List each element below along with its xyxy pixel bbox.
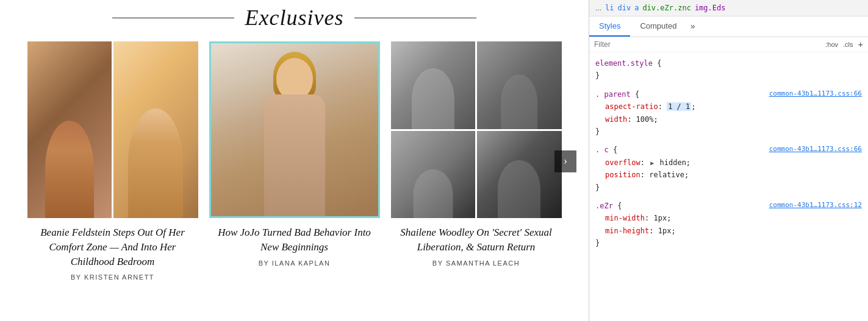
breadcrumb-img-Eds[interactable]: img.Eds [695, 4, 726, 12]
css-brace-close-4: } [595, 239, 600, 247]
css-rule-parent: . parent { common-43b1…1173.css:66 aspec… [595, 88, 862, 138]
css-value-position: relative [649, 171, 684, 179]
css-prop-width: width [595, 115, 627, 124]
title-line-left [112, 18, 234, 18]
css-brace-open-1: { [657, 59, 661, 68]
article-card-3[interactable]: Shailene Woodley On 'Secret' Sexual Libe… [391, 41, 562, 281]
css-rule-eZr: .eZr { common-43b1…1173.css:12 min-width… [595, 200, 862, 250]
css-value-min-width: 1px [653, 214, 667, 222]
breadcrumb-div[interactable]: div [617, 4, 631, 12]
article-title-1: Beanie Feldstein Steps Out Of Her Comfor… [27, 225, 198, 269]
css-source-c[interactable]: common-43b1…1173.css:66 [769, 144, 862, 155]
css-value-min-height: 1px [658, 227, 672, 235]
css-value-width: 100% [636, 115, 654, 124]
bw-face-1 [412, 68, 454, 129]
article-author-1: BY KRISTEN ARNETT [71, 273, 154, 281]
css-source-parent[interactable]: common-43b1…1173.css:66 [769, 88, 862, 100]
section-title-row: Exclusives [12, 0, 576, 30]
person-body [264, 94, 325, 216]
css-prop-aspect: aspect-ratio [595, 102, 658, 111]
bw-cell-1 [391, 41, 476, 129]
css-brace-close-3: } [595, 183, 600, 192]
img-right [113, 41, 198, 218]
css-rule-element-style: element.style { } [595, 57, 862, 82]
css-brace-open-4: { [617, 202, 622, 210]
bw-face-4 [498, 160, 540, 218]
css-rule-c: . c { common-43b1…1173.css:66 overflow: … [595, 144, 862, 194]
css-value-overflow: hidden [655, 158, 686, 167]
css-value-aspect: 1 / 1 [667, 102, 691, 111]
content-panel: Exclusives Beanie Feldstein Steps Out Of… [0, 0, 589, 321]
css-brace-close-2: } [595, 127, 600, 136]
tab-computed[interactable]: Computed [630, 16, 686, 37]
article-image-1 [27, 41, 198, 218]
css-brace-open-2: { [635, 90, 639, 99]
person-figure [252, 58, 337, 216]
css-prop-overflow: overflow [595, 158, 640, 167]
devtools-breadcrumb: ... li div a div.eZr.znc img.Eds [589, 0, 868, 16]
triangle-icon[interactable]: ▶ [650, 158, 654, 168]
article-image-2 [209, 41, 380, 218]
css-selector-element: element.style [595, 59, 653, 68]
filter-cls[interactable]: .cls [843, 41, 853, 48]
css-prop-min-height: min-height [595, 227, 649, 235]
bw-cell-3 [391, 131, 476, 219]
breadcrumb-li[interactable]: li [605, 4, 614, 12]
css-brace-open-3: { [613, 146, 617, 154]
devtools-tabs: Styles Computed » [589, 16, 868, 37]
single-img [211, 43, 378, 216]
filter-plus[interactable]: + [858, 40, 863, 49]
articles-row: Beanie Feldstein Steps Out Of Her Comfor… [12, 41, 576, 281]
article-title-2: How JoJo Turned Bad Behavior Into New Be… [209, 225, 380, 255]
tab-styles[interactable]: Styles [589, 16, 630, 37]
bw-cell-4 [477, 131, 562, 219]
article-card-2[interactable]: How JoJo Turned Bad Behavior Into New Be… [209, 41, 380, 281]
face-right [128, 108, 183, 218]
css-selector-parent: . parent [595, 90, 631, 99]
css-prop-min-width: min-width [595, 214, 645, 222]
filter-input[interactable] [594, 40, 820, 49]
article-image-3 [391, 41, 562, 218]
css-prop-position: position [595, 171, 640, 179]
img-pair [27, 41, 198, 218]
section-title: Exclusives [245, 5, 344, 30]
article-author-2: BY ILANA KAPLAN [259, 259, 331, 267]
bw-face-3 [413, 169, 453, 218]
filter-row: :hov .cls + [589, 37, 868, 52]
bw-cell-2 [477, 41, 562, 129]
devtools-panel: ... li div a div.eZr.znc img.Eds Styles … [589, 0, 868, 321]
css-selector-c: . c [595, 146, 609, 154]
img-left [27, 41, 112, 218]
bw-face-2 [501, 74, 537, 129]
article-title-3: Shailene Woodley On 'Secret' Sexual Libe… [391, 225, 562, 255]
filter-pseudo[interactable]: :hov [825, 41, 838, 48]
css-brace-close-1: } [595, 71, 600, 80]
breadcrumb-div-eZr[interactable]: div.eZr.znc [642, 4, 690, 12]
breadcrumb-a[interactable]: a [634, 4, 639, 12]
article-card-1[interactable]: Beanie Feldstein Steps Out Of Her Comfor… [27, 41, 198, 281]
title-line-right [354, 18, 476, 18]
next-arrow[interactable]: › [554, 150, 576, 172]
tab-more[interactable]: » [686, 16, 698, 37]
css-source-eZr[interactable]: common-43b1…1173.css:12 [769, 200, 862, 211]
devtools-styles: element.style { } . parent { common-43b1… [589, 52, 868, 321]
face-left [45, 121, 94, 218]
bw-grid [391, 41, 562, 218]
article-author-3: BY SAMANTHA LEACH [432, 259, 520, 267]
breadcrumb-ellipsis[interactable]: ... [595, 4, 601, 12]
css-selector-eZr: .eZr [595, 202, 613, 210]
